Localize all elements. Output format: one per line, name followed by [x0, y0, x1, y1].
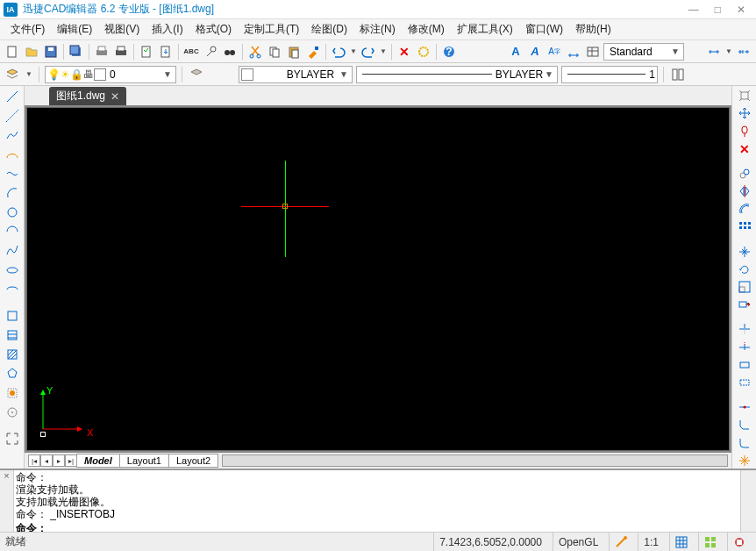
fillet-tool[interactable] — [736, 434, 753, 450]
close-button[interactable]: ✕ — [737, 4, 745, 16]
circle-tool[interactable] — [4, 204, 21, 221]
offset-tool[interactable] — [736, 201, 753, 217]
print-preview-button[interactable] — [93, 43, 111, 61]
zoom-extents-button[interactable] — [4, 430, 21, 447]
drawing-canvas[interactable]: Y X — [26, 107, 730, 451]
wipeout-tool[interactable] — [4, 384, 21, 402]
redo-dropdown[interactable]: ▼ — [379, 43, 388, 61]
region-tool[interactable] — [4, 365, 21, 383]
tab-nav-next[interactable]: ▸ — [53, 454, 65, 467]
tab-nav-prev[interactable]: ◂ — [40, 454, 53, 467]
menu-draw[interactable]: 绘图(D) — [306, 20, 353, 39]
print-button[interactable] — [112, 43, 130, 61]
menu-extend[interactable]: 扩展工具(X) — [452, 20, 518, 39]
osnap-settings-button[interactable] — [736, 88, 753, 104]
command-history[interactable]: 命令： 渲染支持加载。 支持加载光栅图像。 命令： _INSERTOBJ 命令： — [14, 470, 740, 532]
dim-more-dropdown[interactable]: ▼ — [724, 43, 733, 61]
status-grid-icon[interactable] — [669, 533, 693, 551]
help-button[interactable]: ? — [440, 43, 458, 61]
tab-layout1[interactable]: Layout1 — [119, 454, 169, 468]
menu-dimension[interactable]: 标注(N) — [354, 20, 401, 39]
scale-tool[interactable] — [736, 279, 753, 295]
ellipse-tool[interactable] — [4, 261, 21, 279]
rotate-tool[interactable] — [736, 261, 753, 277]
cut-button[interactable] — [246, 43, 264, 61]
color-combo[interactable]: BYLAYER ▼ — [239, 66, 353, 83]
explode-tool[interactable] — [736, 453, 753, 469]
tab-layout2[interactable]: Layout2 — [168, 454, 218, 468]
polygon-tool[interactable] — [4, 146, 21, 163]
menu-file[interactable]: 文件(F) — [5, 20, 50, 39]
close-tab-icon[interactable]: ✕ — [111, 90, 119, 103]
paste-button[interactable] — [285, 43, 303, 61]
stretch-tool[interactable] — [736, 297, 753, 312]
text-style-a1[interactable]: A — [507, 43, 524, 61]
lineweight-combo[interactable]: 1 — [561, 66, 658, 83]
status-scale[interactable]: 1:1 — [638, 533, 664, 551]
menu-insert[interactable]: 插入(I) — [146, 20, 188, 39]
binoculars-button[interactable] — [221, 43, 239, 61]
arc2-tool[interactable] — [4, 223, 21, 240]
move-tool[interactable] — [736, 105, 753, 121]
status-snap-icon[interactable] — [609, 533, 632, 551]
copy-button[interactable] — [266, 43, 283, 61]
maximize-button[interactable]: □ — [715, 4, 721, 16]
menu-modify[interactable]: 修改(M) — [403, 20, 450, 39]
style-combo[interactable]: Standard ▼ — [603, 43, 684, 61]
menu-customtools[interactable]: 定制工具(T) — [239, 20, 304, 39]
layer-combo[interactable]: 💡 ☀ 🔒 🖶 0 ▼ — [45, 66, 176, 83]
new-button[interactable] — [4, 43, 21, 61]
dim-continue-button[interactable] — [735, 43, 752, 61]
line-tool[interactable] — [4, 88, 21, 105]
ellipsearc-tool[interactable] — [4, 281, 21, 298]
xline-tool[interactable] — [4, 107, 21, 125]
move2-tool[interactable] — [736, 243, 753, 259]
text-style-a2[interactable]: A — [526, 43, 544, 61]
layer-previous-button[interactable] — [188, 66, 205, 83]
array-tool[interactable] — [736, 219, 753, 235]
menu-edit[interactable]: 编辑(E) — [52, 20, 97, 39]
undo-button[interactable] — [330, 43, 347, 61]
matchprop-button[interactable] — [304, 43, 322, 61]
spline-tool[interactable] — [4, 242, 21, 260]
saveall-button[interactable] — [68, 43, 85, 61]
find-button[interactable] — [202, 43, 219, 61]
arc-tool[interactable] — [4, 184, 21, 202]
break2-tool[interactable] — [736, 375, 753, 390]
spell-button[interactable]: ABC — [182, 43, 200, 61]
tab-model[interactable]: Model — [76, 454, 120, 468]
audit-button[interactable] — [138, 43, 155, 61]
chamfer-tool[interactable] — [736, 417, 753, 433]
command-scrollbar[interactable] — [740, 470, 756, 532]
delete-button[interactable]: ✕ — [396, 43, 413, 61]
pline-tool[interactable] — [4, 126, 21, 144]
properties-button[interactable] — [669, 66, 687, 83]
tab-nav-first[interactable]: |◂ — [28, 454, 40, 467]
menu-window[interactable]: 窗口(W) — [520, 20, 568, 39]
gradient-tool[interactable] — [4, 346, 21, 363]
constraint-tool[interactable] — [736, 124, 753, 140]
erase-tool[interactable]: ✕ — [736, 141, 753, 157]
dimstyle-button[interactable] — [565, 43, 582, 61]
tab-nav-last[interactable]: ▸| — [65, 454, 77, 467]
linetype-combo[interactable]: BYLAYER ▼ — [356, 66, 558, 83]
redo-button[interactable] — [360, 43, 377, 61]
extend-tool[interactable] — [736, 339, 753, 354]
status-ortho-icon[interactable] — [698, 533, 722, 551]
select-button[interactable] — [415, 43, 432, 61]
save-button[interactable] — [42, 43, 60, 61]
menu-help[interactable]: 帮助(H) — [570, 20, 617, 39]
font-button[interactable]: A字 — [546, 43, 563, 61]
minimize-button[interactable]: — — [688, 4, 699, 16]
layer-dropdown-button[interactable]: ▼ — [25, 66, 33, 83]
trim-tool[interactable] — [736, 321, 753, 337]
copy-tool[interactable] — [736, 166, 753, 182]
dim-linear-button[interactable] — [705, 43, 723, 61]
tablestyle-button[interactable] — [584, 43, 602, 61]
menu-format[interactable]: 格式(O) — [190, 20, 237, 39]
open-button[interactable] — [23, 43, 40, 61]
undo-dropdown[interactable]: ▼ — [349, 43, 358, 61]
status-end-icon[interactable] — [727, 533, 751, 551]
document-tab-active[interactable]: 图纸1.dwg ✕ — [49, 87, 126, 105]
hatch-tool[interactable] — [4, 326, 21, 344]
